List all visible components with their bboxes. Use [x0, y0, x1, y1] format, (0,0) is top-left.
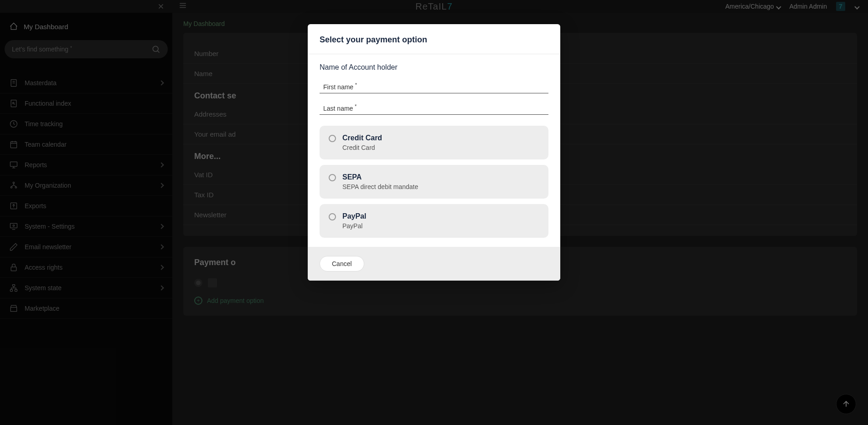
- radio-icon: [329, 174, 336, 181]
- payment-option-desc: Credit Card: [342, 144, 539, 151]
- account-holder-label: Name of Account holder: [320, 63, 548, 72]
- payment-option-modal: Select your payment option Name of Accou…: [308, 24, 560, 281]
- radio-icon: [329, 213, 336, 220]
- payment-option-credit-card[interactable]: Credit CardCredit Card: [320, 126, 548, 159]
- payment-option-paypal[interactable]: PayPalPayPal: [320, 204, 548, 238]
- modal-title: Select your payment option: [308, 24, 560, 54]
- radio-icon: [329, 135, 336, 142]
- payment-option-desc: SEPA direct debit mandate: [342, 183, 539, 190]
- cancel-button[interactable]: Cancel: [320, 256, 364, 271]
- last-name-field[interactable]: Last name *: [320, 104, 548, 115]
- first-name-field[interactable]: First name *: [320, 82, 548, 93]
- payment-option-name: PayPal: [342, 212, 539, 220]
- payment-option-sepa[interactable]: SEPASEPA direct debit mandate: [320, 165, 548, 199]
- payment-option-name: SEPA: [342, 173, 539, 181]
- payment-option-desc: PayPal: [342, 222, 539, 230]
- payment-option-name: Credit Card: [342, 134, 539, 142]
